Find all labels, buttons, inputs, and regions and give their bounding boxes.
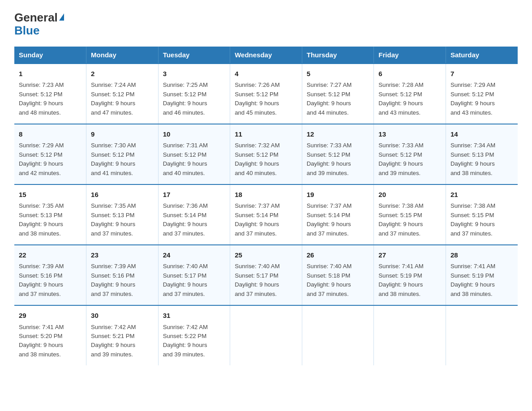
week-row-3: 15Sunrise: 7:35 AMSunset: 5:13 PMDayligh… <box>14 184 518 245</box>
day-info: Sunrise: 7:33 AMSunset: 5:12 PMDaylight:… <box>307 141 369 178</box>
calendar-table: SundayMondayTuesdayWednesdayThursdayFrid… <box>14 47 518 365</box>
day-number: 31 <box>163 310 226 321</box>
day-info: Sunrise: 7:30 AMSunset: 5:12 PMDaylight:… <box>91 141 154 178</box>
day-number: 10 <box>163 129 226 139</box>
week-row-4: 22Sunrise: 7:39 AMSunset: 5:16 PMDayligh… <box>14 245 518 305</box>
day-info: Sunrise: 7:23 AMSunset: 5:12 PMDaylight:… <box>19 81 82 117</box>
day-number: 3 <box>163 68 226 79</box>
calendar-cell: 29Sunrise: 7:41 AMSunset: 5:20 PMDayligh… <box>14 305 86 365</box>
day-info: Sunrise: 7:27 AMSunset: 5:12 PMDaylight:… <box>307 81 369 117</box>
header-tuesday: Tuesday <box>158 47 230 64</box>
day-info: Sunrise: 7:33 AMSunset: 5:12 PMDaylight:… <box>378 141 441 178</box>
day-number: 13 <box>378 129 441 139</box>
page-header: General Blue <box>14 11 518 38</box>
calendar-cell: 7Sunrise: 7:29 AMSunset: 5:12 PMDaylight… <box>446 64 518 124</box>
day-number: 6 <box>378 68 441 79</box>
calendar-cell: 26Sunrise: 7:40 AMSunset: 5:18 PMDayligh… <box>302 245 374 305</box>
day-info: Sunrise: 7:39 AMSunset: 5:16 PMDaylight:… <box>91 262 154 299</box>
calendar-cell: 18Sunrise: 7:37 AMSunset: 5:14 PMDayligh… <box>230 184 302 245</box>
header-thursday: Thursday <box>302 47 374 64</box>
day-info: Sunrise: 7:35 AMSunset: 5:13 PMDaylight:… <box>91 201 154 238</box>
day-info: Sunrise: 7:25 AMSunset: 5:12 PMDaylight:… <box>163 81 226 117</box>
day-info: Sunrise: 7:38 AMSunset: 5:15 PMDaylight:… <box>378 201 441 238</box>
calendar-cell <box>230 305 302 365</box>
day-info: Sunrise: 7:28 AMSunset: 5:12 PMDaylight:… <box>378 81 441 117</box>
day-info: Sunrise: 7:41 AMSunset: 5:19 PMDaylight:… <box>378 262 441 299</box>
day-number: 9 <box>91 129 154 139</box>
day-info: Sunrise: 7:36 AMSunset: 5:14 PMDaylight:… <box>163 201 226 238</box>
day-number: 15 <box>19 189 82 200</box>
day-info: Sunrise: 7:35 AMSunset: 5:13 PMDaylight:… <box>19 201 82 238</box>
week-row-2: 8Sunrise: 7:29 AMSunset: 5:12 PMDaylight… <box>14 124 518 184</box>
calendar-cell: 3Sunrise: 7:25 AMSunset: 5:12 PMDaylight… <box>158 64 230 124</box>
calendar-cell <box>374 305 446 365</box>
logo-blue: Blue <box>14 24 39 38</box>
day-number: 5 <box>307 68 369 79</box>
calendar-cell <box>302 305 374 365</box>
day-number: 29 <box>19 310 82 321</box>
day-number: 21 <box>450 189 513 200</box>
day-number: 17 <box>163 189 226 200</box>
calendar-cell: 23Sunrise: 7:39 AMSunset: 5:16 PMDayligh… <box>86 245 159 305</box>
day-info: Sunrise: 7:29 AMSunset: 5:12 PMDaylight:… <box>450 81 513 117</box>
calendar-cell <box>446 305 518 365</box>
header-sunday: Sunday <box>14 47 86 64</box>
day-number: 7 <box>450 68 513 79</box>
calendar-cell: 12Sunrise: 7:33 AMSunset: 5:12 PMDayligh… <box>302 124 374 184</box>
day-info: Sunrise: 7:40 AMSunset: 5:17 PMDaylight:… <box>235 262 297 299</box>
calendar-cell: 28Sunrise: 7:41 AMSunset: 5:19 PMDayligh… <box>446 245 518 305</box>
calendar-cell: 19Sunrise: 7:37 AMSunset: 5:14 PMDayligh… <box>302 184 374 245</box>
day-info: Sunrise: 7:37 AMSunset: 5:14 PMDaylight:… <box>307 201 369 238</box>
day-number: 23 <box>91 250 154 260</box>
calendar-cell: 21Sunrise: 7:38 AMSunset: 5:15 PMDayligh… <box>446 184 518 245</box>
calendar-cell: 6Sunrise: 7:28 AMSunset: 5:12 PMDaylight… <box>374 64 446 124</box>
day-info: Sunrise: 7:40 AMSunset: 5:17 PMDaylight:… <box>163 262 226 299</box>
calendar-cell: 27Sunrise: 7:41 AMSunset: 5:19 PMDayligh… <box>374 245 446 305</box>
calendar-cell: 4Sunrise: 7:26 AMSunset: 5:12 PMDaylight… <box>230 64 302 124</box>
logo: General Blue <box>14 11 64 38</box>
calendar-cell: 22Sunrise: 7:39 AMSunset: 5:16 PMDayligh… <box>14 245 86 305</box>
calendar-cell: 8Sunrise: 7:29 AMSunset: 5:12 PMDaylight… <box>14 124 86 184</box>
day-number: 28 <box>450 250 513 260</box>
day-info: Sunrise: 7:41 AMSunset: 5:19 PMDaylight:… <box>450 262 513 299</box>
day-number: 22 <box>19 250 82 260</box>
calendar-cell: 20Sunrise: 7:38 AMSunset: 5:15 PMDayligh… <box>374 184 446 245</box>
calendar-cell: 11Sunrise: 7:32 AMSunset: 5:12 PMDayligh… <box>230 124 302 184</box>
day-number: 8 <box>19 129 82 139</box>
day-info: Sunrise: 7:34 AMSunset: 5:13 PMDaylight:… <box>450 141 513 178</box>
day-number: 20 <box>378 189 441 200</box>
day-info: Sunrise: 7:31 AMSunset: 5:12 PMDaylight:… <box>163 141 226 178</box>
day-info: Sunrise: 7:39 AMSunset: 5:16 PMDaylight:… <box>19 262 82 299</box>
calendar-cell: 16Sunrise: 7:35 AMSunset: 5:13 PMDayligh… <box>86 184 159 245</box>
week-row-5: 29Sunrise: 7:41 AMSunset: 5:20 PMDayligh… <box>14 305 518 365</box>
calendar-cell: 14Sunrise: 7:34 AMSunset: 5:13 PMDayligh… <box>446 124 518 184</box>
day-number: 24 <box>163 250 226 260</box>
calendar-cell: 13Sunrise: 7:33 AMSunset: 5:12 PMDayligh… <box>374 124 446 184</box>
day-number: 14 <box>450 129 513 139</box>
day-number: 4 <box>235 68 297 79</box>
calendar-cell: 15Sunrise: 7:35 AMSunset: 5:13 PMDayligh… <box>14 184 86 245</box>
day-number: 16 <box>91 189 154 200</box>
day-number: 1 <box>19 68 82 79</box>
calendar-header-row: SundayMondayTuesdayWednesdayThursdayFrid… <box>14 47 518 64</box>
calendar-cell: 5Sunrise: 7:27 AMSunset: 5:12 PMDaylight… <box>302 64 374 124</box>
day-info: Sunrise: 7:42 AMSunset: 5:22 PMDaylight:… <box>163 323 226 360</box>
day-info: Sunrise: 7:29 AMSunset: 5:12 PMDaylight:… <box>19 141 82 178</box>
calendar-cell: 31Sunrise: 7:42 AMSunset: 5:22 PMDayligh… <box>158 305 230 365</box>
header-monday: Monday <box>86 47 159 64</box>
day-number: 26 <box>307 250 369 260</box>
calendar-cell: 30Sunrise: 7:42 AMSunset: 5:21 PMDayligh… <box>86 305 159 365</box>
day-number: 30 <box>91 310 154 321</box>
logo-general: General <box>14 11 58 25</box>
header-friday: Friday <box>374 47 446 64</box>
day-info: Sunrise: 7:37 AMSunset: 5:14 PMDaylight:… <box>235 201 297 238</box>
day-number: 18 <box>235 189 297 200</box>
day-number: 19 <box>307 189 369 200</box>
calendar-cell: 17Sunrise: 7:36 AMSunset: 5:14 PMDayligh… <box>158 184 230 245</box>
header-saturday: Saturday <box>446 47 518 64</box>
calendar-cell: 2Sunrise: 7:24 AMSunset: 5:12 PMDaylight… <box>86 64 159 124</box>
logo-triangle-icon <box>59 13 64 21</box>
calendar-cell: 24Sunrise: 7:40 AMSunset: 5:17 PMDayligh… <box>158 245 230 305</box>
calendar-cell: 25Sunrise: 7:40 AMSunset: 5:17 PMDayligh… <box>230 245 302 305</box>
day-number: 2 <box>91 68 154 79</box>
